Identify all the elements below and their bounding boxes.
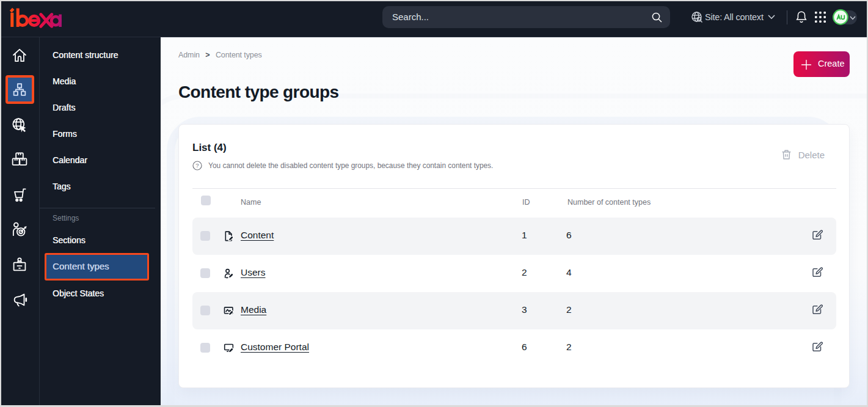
svg-text:?: ? xyxy=(195,162,199,169)
